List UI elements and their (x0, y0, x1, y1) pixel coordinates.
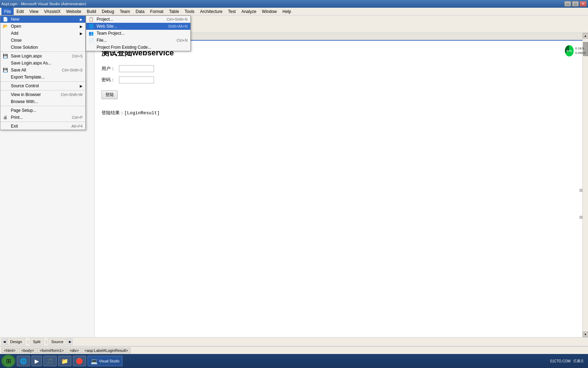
new-project-icon: 📋 (88, 16, 94, 22)
split-separator: | (27, 340, 28, 344)
menu-debug[interactable]: Debug (99, 8, 117, 15)
user-input[interactable] (119, 65, 154, 72)
menu-file-close[interactable]: Close (0, 37, 85, 44)
menu-file-open[interactable]: 📂 Open ▶ (0, 23, 85, 30)
menu-tools[interactable]: Tools (182, 8, 197, 15)
menu-sep-3 (0, 90, 85, 90)
print-icon: 🖨 (2, 115, 8, 120)
menu-vassistx[interactable]: VAssistX (41, 8, 63, 15)
menu-file-save-all[interactable]: 💾 Save All Ctrl+Shift+S (0, 67, 85, 74)
title-bar: AspLogin - Microsoft Visual Studio (Admi… (0, 0, 588, 8)
menu-architecture[interactable]: Architecture (197, 8, 225, 15)
menu-help[interactable]: Help (280, 8, 294, 15)
export-icon (2, 74, 8, 80)
editor-content: 测试登陆webservice 用户： 密码： 登陆 登陆结果：[LoginRes… (94, 41, 582, 337)
user-row: 用户： (102, 65, 575, 72)
menu-build[interactable]: Build (84, 8, 99, 15)
title-bar-controls: — □ ✕ (564, 1, 587, 7)
taskbar-media[interactable]: ▶ (31, 356, 42, 366)
result-label: 登陆结果：[LoginResult] (102, 110, 575, 116)
submenu-new-project[interactable]: 📋 Project... Ctrl+Shift+N (86, 16, 190, 23)
browse-with-icon (2, 99, 8, 104)
taskbar-vs[interactable]: 💻 Visual Studio (88, 356, 122, 366)
taskbar-music[interactable]: 🎵 (43, 356, 57, 366)
source-tab[interactable]: Source (48, 338, 66, 345)
menu-analyze[interactable]: Analyze (239, 8, 259, 15)
menu-team[interactable]: Team (117, 8, 133, 15)
login-button[interactable]: 登陆 (102, 90, 118, 99)
save-icon: 💾 (2, 53, 8, 59)
menu-file-page-setup[interactable]: Page Setup... (0, 107, 85, 114)
maximize-button[interactable]: □ (572, 1, 579, 7)
design-tab[interactable]: Design (7, 338, 25, 345)
breadcrumb-form[interactable]: <form#form1> (37, 348, 66, 353)
submenu-new-team-project[interactable]: 👥 Team Project... (86, 30, 190, 37)
password-row: 密码： (102, 76, 575, 83)
menu-data[interactable]: Data (133, 8, 147, 15)
split-tab[interactable]: Split (30, 338, 43, 345)
menu-edit[interactable]: Edit (14, 8, 27, 15)
source-tab-label: Source (51, 340, 63, 344)
menu-window[interactable]: Window (259, 8, 280, 15)
source-control-arrow-icon: ▶ (80, 84, 83, 88)
menu-file-view-in-browser[interactable]: View in Browser Ctrl+Shift+W (0, 91, 85, 98)
resize-handle-2[interactable] (580, 216, 582, 219)
stop-icon: 🛑 (76, 358, 83, 364)
menu-file-print[interactable]: 🖨 Print... Ctrl+P (0, 114, 85, 121)
new-team-project-icon: 👥 (88, 30, 94, 36)
save-as-icon (2, 60, 8, 66)
start-button[interactable]: ⊞ (1, 355, 15, 367)
vertical-scrollbar[interactable]: ▲ ▼ (582, 33, 588, 337)
menu-sep-5 (0, 122, 85, 122)
submenu-new-website[interactable]: 🌐 Web Site... Shift+Alt+N (86, 23, 190, 30)
perf-speeds: 0.1K/s 0.09K/s (575, 46, 586, 55)
taskbar-chrome[interactable]: 🌐 (17, 356, 30, 366)
menu-file-new[interactable]: 📄 New ▶ (0, 16, 85, 23)
menu-file-add[interactable]: Add ▶ (0, 30, 85, 37)
breadcrumb-label[interactable]: <asp:Label#LoginResult> (82, 348, 131, 353)
menu-file-browse-with[interactable]: Browse With... (0, 98, 85, 105)
submenu-new-file[interactable]: 📄 File... Ctrl+N (86, 37, 190, 44)
menu-file-exit[interactable]: Exit Alt+F4 (0, 123, 85, 130)
taskbar-folder[interactable]: 📁 (58, 356, 71, 366)
scroll-track[interactable] (583, 39, 588, 332)
breadcrumb-div[interactable]: <div> (67, 348, 81, 353)
tray-brand: 亿速云 (573, 359, 584, 363)
add-arrow-icon: ▶ (80, 32, 83, 35)
scroll-down-button[interactable]: ▼ (583, 332, 588, 337)
menu-file-export-template[interactable]: Export Template... (0, 74, 85, 81)
close-button[interactable]: ✕ (580, 1, 587, 7)
menu-file-close-solution[interactable]: Close Solution (0, 44, 85, 51)
exit-icon (2, 123, 8, 129)
menu-file-source-control[interactable]: Source Control ▶ (0, 82, 85, 89)
menu-format[interactable]: Format (147, 8, 166, 15)
save-all-icon: 💾 (2, 67, 8, 73)
resize-handle[interactable] (580, 189, 582, 192)
source-control-icon (2, 83, 8, 89)
menu-file-save-login[interactable]: 💾 Save Login.aspx Ctrl+S (0, 53, 85, 60)
menu-file[interactable]: File (1, 8, 14, 15)
view-browser-icon (2, 92, 8, 97)
menu-test[interactable]: Test (225, 8, 239, 15)
open-icon: 📂 (2, 23, 8, 29)
menu-website[interactable]: Website (63, 8, 84, 15)
menu-file-save-login-as[interactable]: Save Login.aspx As... (0, 60, 85, 67)
bottom-scroll-left[interactable]: ◀ (1, 338, 7, 345)
taskbar-vs-label: Visual Studio (99, 359, 119, 363)
password-label: 密码： (102, 77, 119, 83)
music-icon: 🎵 (47, 358, 54, 364)
breadcrumb-body[interactable]: <body> (19, 348, 37, 353)
minimize-button[interactable]: — (564, 1, 571, 7)
folder-icon: 📁 (61, 358, 68, 364)
editor-area: renc...oginService.wsdl Login.aspx × 测试登… (94, 33, 582, 337)
bottom-scroll-right[interactable]: ▶ (67, 338, 73, 345)
file-menu-main: 📄 New ▶ 📂 Open ▶ Add ▶ Close Close Solut… (0, 15, 86, 130)
submenu-project-from-code[interactable]: Project From Existing Code... (86, 44, 190, 51)
taskbar-stop[interactable]: 🛑 (73, 356, 86, 366)
breadcrumb-html[interactable]: <html> (1, 348, 18, 353)
menu-view[interactable]: View (27, 8, 41, 15)
perf-down: 0.1K/s (575, 46, 586, 51)
password-input[interactable] (119, 76, 154, 83)
scroll-up-button[interactable]: ▲ (583, 33, 588, 39)
menu-table[interactable]: Table (166, 8, 182, 15)
